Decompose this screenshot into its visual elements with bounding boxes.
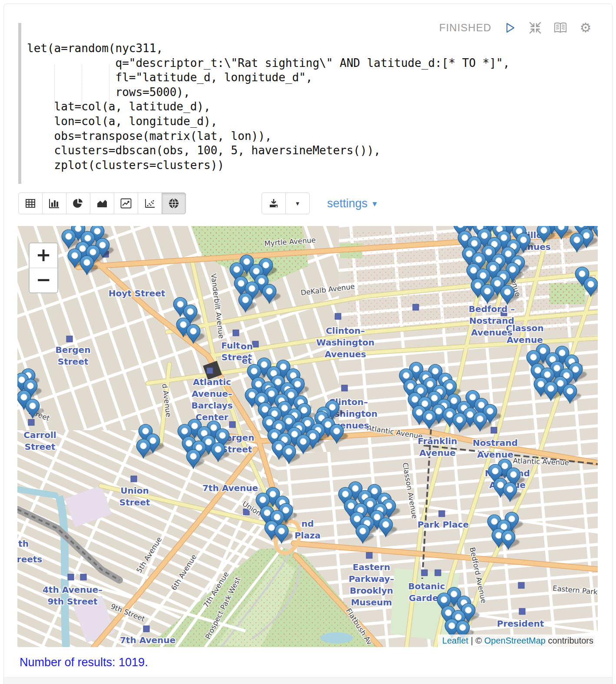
svg-text:Street: Street [119,497,150,508]
svg-text:Atlantic: Atlantic [193,377,231,387]
bar-chart-icon [49,198,60,209]
svg-text:et: et [242,355,252,366]
pie-chart-icon [73,198,84,209]
editor-gutter [18,23,21,184]
download-icon [268,198,279,209]
bar-chart-button[interactable] [42,193,66,214]
svg-text:Brooklyn: Brooklyn [350,585,393,596]
copyright-symbol: © [475,636,482,645]
settings-caret-icon: ▼ [371,200,378,209]
svg-text:th: th [18,538,29,549]
map-container[interactable]: Myrtle AvenueVanderbilt AvenueDeKalb Ave… [17,226,598,647]
svg-text:Street: Street [58,356,89,367]
zoom-out-button[interactable]: − [30,268,57,292]
line-chart-icon [120,198,132,209]
results-count-text: Number of results: 1019. [20,656,148,669]
table-button[interactable] [18,193,43,214]
settings-dropdown[interactable]: settings ▼ [327,197,378,210]
svg-text:Hoyt Street: Hoyt Street [109,288,166,299]
next-paragraph-strip [4,677,612,684]
contributors-text: contributors [548,636,594,645]
svg-text:Avenue: Avenue [419,448,455,458]
download-button[interactable] [262,193,286,214]
svg-text:Museum: Museum [351,597,392,608]
leaflet-link[interactable]: Leaflet [442,636,468,645]
svg-text:Bergen: Bergen [56,345,91,355]
svg-text:Bedford –: Bedford – [469,304,515,314]
map-chart-button[interactable] [162,193,186,214]
svg-text:Plaza: Plaza [295,530,321,541]
svg-text:9th Street: 9th Street [47,596,98,607]
attribution-separator: | [471,636,473,645]
svg-text:Avenues: Avenues [471,327,512,338]
download-group: ▼ [262,193,310,214]
svg-text:7th Avenue: 7th Avenue [202,483,258,493]
svg-text:Franklin: Franklin [417,436,457,446]
scatter-chart-button[interactable] [138,193,162,214]
caret-down-icon: ▼ [295,200,301,207]
scatter-chart-icon [144,198,156,209]
line-chart-button[interactable] [114,193,138,214]
pie-chart-button[interactable] [66,193,90,214]
globe-icon [168,198,179,209]
code-content[interactable]: let(a=random(nyc311, q="descriptor_t:\"R… [27,41,510,173]
svg-text:on: on [241,341,253,352]
svg-text:Union: Union [120,485,149,496]
area-chart-button[interactable] [90,193,114,214]
settings-label: settings [327,197,368,210]
svg-text:Clinton–: Clinton– [326,325,365,336]
map-attribution: Leaflet | © OpenStreetMap contributors [438,634,598,647]
svg-text:Avenue–: Avenue– [192,388,232,399]
svg-text:Parkway–: Parkway– [348,574,394,584]
notebook-paragraph: FINISHED ⚙ let(a=random(nyc311, [3,3,613,684]
svg-text:Avenue: Avenue [477,449,513,460]
svg-text:Nostrand: Nostrand [469,315,514,326]
visualization-toolbar: ▼ settings ▼ [18,193,378,214]
svg-text:Park Place: Park Place [417,519,469,530]
svg-text:Washington: Washington [316,337,374,348]
svg-text:Eastern: Eastern [353,562,390,572]
download-caret-button[interactable]: ▼ [285,193,310,214]
svg-text:Avenues: Avenues [325,349,366,359]
svg-text:Carroll: Carroll [23,430,56,440]
code-editor[interactable]: let(a=random(nyc311, q="descriptor_t:\"R… [18,20,596,185]
svg-text:Barclays: Barclays [191,400,232,411]
svg-text:Street: Street [25,442,56,452]
map-canvas[interactable]: Myrtle AvenueVanderbilt AvenueDeKalb Ave… [17,226,598,647]
svg-text:President: President [497,618,544,629]
table-icon [25,199,36,208]
svg-text:reets: reets [17,554,42,564]
chart-type-group [18,193,186,214]
svg-text:4th Avenue–: 4th Avenue– [43,584,103,595]
openstreetmap-link[interactable]: OpenStreetMap [484,636,546,645]
svg-text:nd: nd [301,518,314,529]
area-chart-icon [96,198,108,209]
svg-text:Botanic: Botanic [408,581,445,591]
map-zoom-control: + − [29,242,58,293]
svg-text:Nostrand: Nostrand [473,438,518,448]
zoom-in-button[interactable]: + [30,243,57,268]
svg-text:7th Avenue: 7th Avenue [120,635,176,645]
